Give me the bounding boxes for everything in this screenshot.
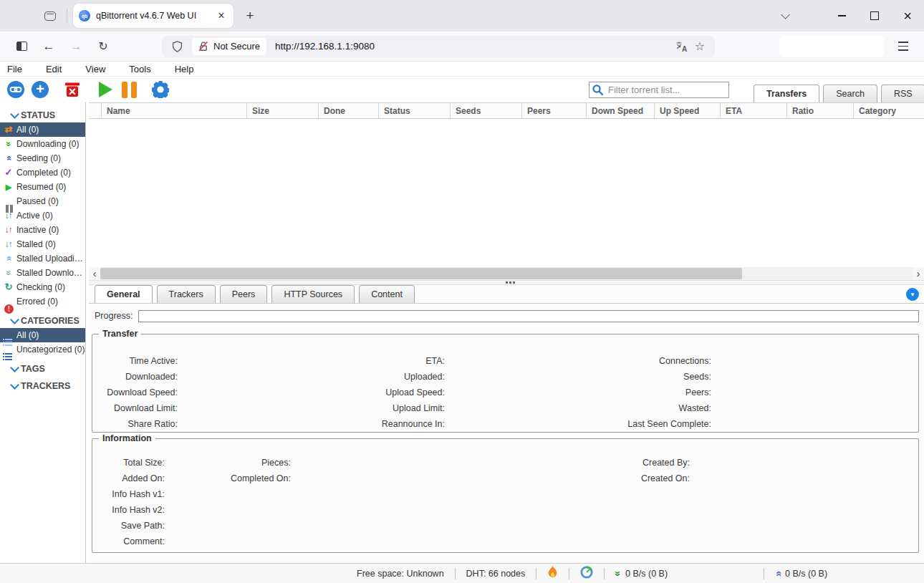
sidebar-section-tags[interactable]: TAGS xyxy=(0,362,85,376)
menu-edit[interactable]: Edit xyxy=(42,64,66,74)
sidebar-item-active[interactable]: Active (0) xyxy=(0,208,85,223)
details-tabs: General Trackers Peers HTTP Sources Cont… xyxy=(89,285,924,304)
shield-icon[interactable] xyxy=(168,38,186,55)
scrollbar-thumb[interactable] xyxy=(100,268,742,279)
menu-help[interactable]: Help xyxy=(170,64,198,74)
translate-icon[interactable]: A xyxy=(672,38,690,55)
details-tab-peers[interactable]: Peers xyxy=(220,285,268,303)
connection-status-flame-icon[interactable] xyxy=(547,566,558,581)
column-header-eta[interactable]: ETA xyxy=(721,103,787,118)
url-text[interactable]: http://192.168.1.1:9080 xyxy=(275,41,672,52)
scrollbar-track[interactable] xyxy=(100,267,913,280)
add-torrent-file-button[interactable] xyxy=(32,81,49,98)
upload-speed-status[interactable]: » 0 B/s (0 B) xyxy=(775,568,827,579)
tab-search[interactable]: Search xyxy=(823,85,877,102)
scroll-left-arrow-icon[interactable] xyxy=(89,267,100,280)
sidebar-item-seeding[interactable]: Seeding (0) xyxy=(0,151,85,165)
drag-dots-icon xyxy=(506,281,508,284)
torrent-table-body-empty[interactable] xyxy=(89,119,924,267)
scroll-right-arrow-icon[interactable] xyxy=(913,267,924,280)
panel-collapse-icon[interactable] xyxy=(906,288,919,301)
details-tab-trackers[interactable]: Trackers xyxy=(157,285,216,303)
details-tab-content[interactable]: Content xyxy=(359,285,415,303)
new-tab-button[interactable] xyxy=(241,6,259,25)
column-header-ratio[interactable]: Ratio xyxy=(787,103,854,118)
navbar-blank-field[interactable] xyxy=(779,36,884,57)
sidebar-toggle-icon[interactable] xyxy=(10,36,33,57)
tab-strip-separator xyxy=(67,9,67,23)
browser-tab[interactable]: qb qBittorrent v4.6.7 Web UI xyxy=(73,4,234,28)
resume-button[interactable] xyxy=(99,82,112,97)
menu-view[interactable]: View xyxy=(81,64,110,74)
sidebar-item-inactive[interactable]: Inactive (0) xyxy=(0,223,85,237)
browser-tab-strip: qb qBittorrent v4.6.7 Web UI xyxy=(0,0,924,32)
list-all-tabs-chevron-icon[interactable] xyxy=(775,6,795,25)
firefox-view-icon[interactable] xyxy=(44,11,56,21)
sidebar-item-errored[interactable]: Errored (0) xyxy=(0,294,85,309)
download-chevrons-icon: » xyxy=(612,571,624,577)
bookmark-star-icon[interactable] xyxy=(690,38,709,55)
column-header-status[interactable]: Status xyxy=(379,103,451,118)
forward-button xyxy=(64,36,87,57)
progress-label: Progress: xyxy=(95,311,133,321)
security-label: Not Secure xyxy=(213,41,260,52)
menu-tools[interactable]: Tools xyxy=(125,64,155,74)
speed-limits-gauge-icon[interactable] xyxy=(580,566,593,581)
filter-torrent-input[interactable] xyxy=(589,82,729,98)
sidebar-item-checking[interactable]: Checking (0) xyxy=(0,280,85,294)
details-tab-http-sources[interactable]: HTTP Sources xyxy=(271,285,355,303)
sidebar-item-all[interactable]: All (0) xyxy=(0,122,85,137)
column-header-size[interactable]: Size xyxy=(247,103,319,118)
reload-button[interactable] xyxy=(92,36,115,57)
address-bar[interactable]: Not Secure http://192.168.1.1:9080 A xyxy=(162,36,715,57)
window-close-button[interactable] xyxy=(891,3,924,29)
sidebar-item-completed[interactable]: Completed (0) xyxy=(0,165,85,180)
security-chip[interactable]: Not Secure xyxy=(192,38,266,55)
back-button[interactable] xyxy=(37,36,60,57)
sidebar-item-resumed[interactable]: Resumed (0) xyxy=(0,180,85,194)
column-header-name[interactable]: Name xyxy=(102,103,247,118)
broken-lock-icon xyxy=(198,41,208,52)
delete-torrent-button[interactable] xyxy=(64,81,81,98)
menu-hamburger-icon[interactable] xyxy=(892,36,914,57)
download-speed-status[interactable]: » 0 B/s (0 B) xyxy=(615,568,753,579)
add-torrent-link-button[interactable] xyxy=(7,81,24,98)
panel-resize-handle[interactable] xyxy=(89,280,924,285)
window-minimize-button[interactable] xyxy=(825,3,858,29)
sidebar-section-status[interactable]: STATUS xyxy=(0,108,85,122)
transfer-labels-col3: Connections:Seeds:Peers:Wasted:Last Seen… xyxy=(92,353,711,432)
column-header-category[interactable]: Category xyxy=(854,103,924,118)
menu-file[interactable]: File xyxy=(3,64,27,74)
sidebar-item-stalled[interactable]: Stalled (0) xyxy=(0,237,85,251)
sidebar-item-stalled-uploading[interactable]: Stalled Uploading (0) xyxy=(0,251,85,266)
sidebar-section-categories[interactable]: CATEGORIES xyxy=(0,314,85,328)
main-view-tabs: Transfers Search RSS xyxy=(754,85,924,102)
tab-transfers[interactable]: Transfers xyxy=(754,85,819,102)
transfer-legend: Transfer xyxy=(99,329,141,339)
options-gear-icon[interactable] xyxy=(152,81,169,98)
up-down-arrows-icon xyxy=(3,237,14,251)
download-speed-label: 0 B/s (0 B) xyxy=(625,569,668,579)
column-header-up-speed[interactable]: Up Speed xyxy=(655,103,721,118)
horizontal-scrollbar[interactable] xyxy=(89,267,924,280)
tab-rss[interactable]: RSS xyxy=(881,85,924,102)
sidebar-item-downloading[interactable]: Downloading (0) xyxy=(0,137,85,151)
dht-nodes-label: DHT: 66 nodes xyxy=(466,569,526,579)
pause-button[interactable] xyxy=(122,82,137,98)
window-maximize-button[interactable] xyxy=(858,3,891,29)
sidebar-item-paused[interactable]: Paused (0) xyxy=(0,194,85,208)
sidebar-item-stalled-downloading[interactable]: Stalled Downloading (0) xyxy=(0,266,85,280)
free-space-label: Free space: Unknown xyxy=(357,569,444,579)
column-header-seeds[interactable]: Seeds xyxy=(451,103,522,118)
column-header-icon[interactable] xyxy=(89,103,102,118)
column-header-done[interactable]: Done xyxy=(319,103,379,118)
categories-header-label: CATEGORIES xyxy=(21,316,80,326)
sidebar-category-uncategorized[interactable]: Uncategorized (0) xyxy=(0,342,85,357)
sidebar-category-all[interactable]: All (0) xyxy=(0,328,85,342)
tab-close-icon[interactable] xyxy=(215,9,228,22)
sidebar-section-trackers[interactable]: TRACKERS xyxy=(0,379,85,393)
details-tab-general[interactable]: General xyxy=(95,285,153,303)
information-labels-col3: Created By:Created On: xyxy=(92,455,690,486)
column-header-peers[interactable]: Peers xyxy=(522,103,587,118)
column-header-down-speed[interactable]: Down Speed xyxy=(587,103,655,118)
